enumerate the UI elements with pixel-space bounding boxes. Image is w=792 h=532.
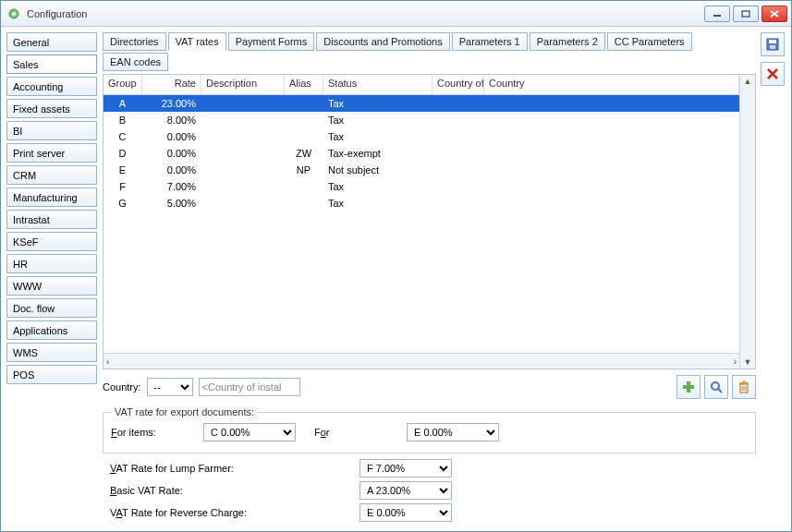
nav-item-doc-flow[interactable]: Doc. flow	[6, 298, 97, 318]
reverse-charge-label: VAT Rate for Reverse Charge:	[110, 507, 276, 518]
for-items-select[interactable]: C 0.00%	[203, 423, 296, 441]
nav-item-sales[interactable]: Sales	[6, 54, 97, 74]
nav-item-applications[interactable]: Applications	[6, 320, 97, 340]
export-rates-group: VAT rate for export documents: For items…	[103, 406, 756, 453]
tab-ean-codes[interactable]: EAN codes	[103, 53, 168, 71]
for-select[interactable]: E 0.00%	[407, 423, 499, 441]
country-install-field	[199, 378, 300, 396]
svg-line-9	[718, 389, 722, 393]
nav-item-accounting[interactable]: Accounting	[6, 77, 97, 96]
svg-point-1	[12, 12, 16, 16]
cancel-button[interactable]	[761, 62, 785, 86]
for-label: For	[314, 427, 407, 438]
app-icon	[6, 6, 21, 21]
reverse-charge-select[interactable]: E 0.00%	[359, 503, 452, 522]
svg-rect-7	[683, 385, 694, 389]
table-row[interactable]: E0.00%NPNot subject	[104, 162, 739, 178]
window-title: Configuration	[27, 8, 704, 19]
tab-parameters-2[interactable]: Parameters 2	[530, 32, 605, 51]
delete-button[interactable]	[732, 375, 756, 399]
nav-item-www[interactable]: WWW	[6, 276, 97, 296]
table-row[interactable]: A23.00%Tax	[104, 95, 739, 112]
svg-rect-18	[770, 45, 775, 49]
basic-rate-label: Basic VAT Rate:	[110, 485, 276, 496]
nav-item-general[interactable]: General	[6, 32, 97, 52]
close-button[interactable]	[762, 6, 787, 22]
minimize-button[interactable]	[704, 6, 730, 22]
left-nav: GeneralSalesAccountingFixed assetsBIPrin…	[1, 27, 97, 531]
lump-farmer-label: VAT Rate for Lump Farmer:	[110, 463, 276, 474]
grid-header: Group Rate Description Alias Status Coun…	[104, 75, 739, 95]
nav-item-bi[interactable]: BI	[6, 121, 97, 140]
tab-vat-rates[interactable]: VAT rates	[168, 32, 226, 51]
table-row[interactable]: G5.00%Tax	[104, 195, 739, 212]
tab-discounts-and-promotions[interactable]: Discounts and Promotions	[316, 32, 449, 51]
table-row[interactable]: D0.00%ZWTax-exempt	[104, 145, 739, 162]
vat-rates-grid: Group Rate Description Alias Status Coun…	[103, 74, 756, 369]
horizontal-scrollbar[interactable]: ‹›	[104, 353, 739, 369]
tab-strip: DirectoriesVAT ratesPayment FormsDiscoun…	[103, 32, 756, 74]
nav-item-hr[interactable]: HR	[6, 254, 97, 273]
nav-item-fixed-assets[interactable]: Fixed assets	[6, 99, 97, 118]
svg-point-8	[712, 382, 719, 390]
tab-parameters-1[interactable]: Parameters 1	[452, 32, 528, 51]
add-button[interactable]	[676, 375, 701, 399]
nav-item-manufacturing[interactable]: Manufacturing	[6, 187, 97, 207]
preview-button[interactable]	[704, 375, 728, 399]
tab-directories[interactable]: Directories	[103, 32, 166, 51]
grid-body[interactable]: A23.00%TaxB8.00%TaxC0.00%TaxD0.00%ZWTax-…	[104, 95, 739, 353]
nav-item-print-server[interactable]: Print server	[6, 143, 97, 163]
nav-item-ksef[interactable]: KSeF	[6, 232, 97, 251]
tab-payment-forms[interactable]: Payment Forms	[228, 32, 315, 51]
for-items-label: For items:	[111, 427, 203, 438]
table-row[interactable]: F7.00%Tax	[104, 178, 739, 195]
nav-item-intrastat[interactable]: Intrastat	[6, 210, 97, 229]
lump-farmer-select[interactable]: F 7.00%	[359, 459, 452, 478]
svg-rect-3	[742, 11, 749, 17]
table-row[interactable]: B8.00%Tax	[104, 112, 739, 128]
nav-item-wms[interactable]: WMS	[6, 343, 97, 362]
nav-item-pos[interactable]: POS	[6, 365, 97, 384]
maximize-button[interactable]	[733, 6, 759, 22]
save-button[interactable]	[761, 32, 785, 56]
country-select[interactable]: --	[147, 378, 193, 396]
table-row[interactable]: C0.00%Tax	[104, 128, 739, 145]
basic-rate-select[interactable]: A 23.00%	[359, 481, 452, 500]
country-label: Country:	[103, 381, 141, 393]
nav-item-crm[interactable]: CRM	[6, 165, 97, 185]
svg-rect-17	[769, 40, 776, 43]
export-rates-legend: VAT rate for export documents:	[111, 406, 258, 417]
vertical-scrollbar[interactable]: ▲▼	[739, 75, 755, 369]
tab-cc-parameters[interactable]: CC Parameters	[607, 32, 692, 51]
